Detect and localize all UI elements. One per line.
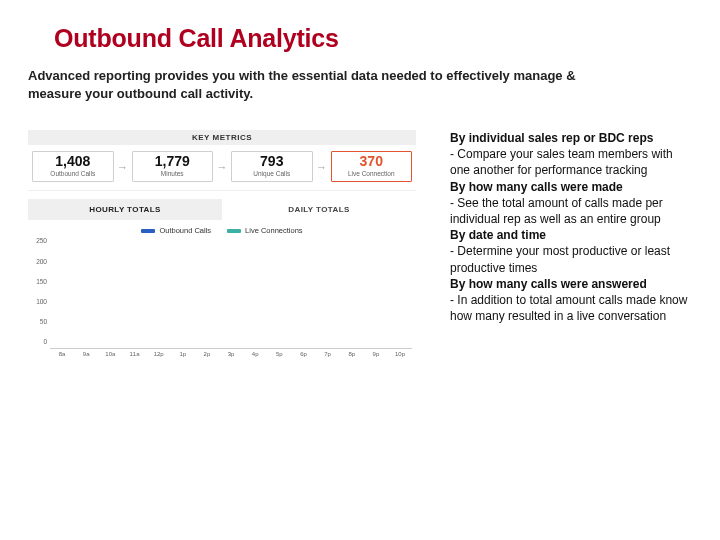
y-tick: 250: [36, 237, 47, 244]
x-tick: 10a: [98, 351, 122, 357]
legend-live: Live Connections: [227, 226, 303, 235]
metric-minutes[interactable]: 1,779 Minutes: [132, 151, 214, 182]
feature-item: By individual sales rep or BDC reps- Com…: [450, 130, 692, 179]
page-title: Outbound Call Analytics: [54, 24, 692, 53]
x-tick: 5p: [267, 351, 291, 357]
feature-body: - Determine your most productive or leas…: [450, 243, 692, 275]
feature-item: By date and time- Determine your most pr…: [450, 227, 692, 276]
metric-label: Live Connection: [334, 170, 410, 177]
tab-daily[interactable]: DAILY TOTALS: [222, 199, 416, 220]
metric-value: 793: [234, 154, 310, 169]
x-tick: 12p: [147, 351, 171, 357]
feature-list: By individual sales rep or BDC reps- Com…: [450, 130, 692, 324]
metric-live-connection[interactable]: 370 Live Connection: [331, 151, 413, 182]
chart-x-axis: 8a9a10a11a12p1p2p3p4p5p6p7p8p9p10p: [50, 351, 412, 357]
x-tick: 10p: [388, 351, 412, 357]
feature-heading: By how many calls were answered: [450, 276, 692, 292]
y-tick: 0: [43, 338, 47, 345]
metric-outbound-calls[interactable]: 1,408 Outbound Calls: [32, 151, 114, 182]
x-tick: 11a: [122, 351, 146, 357]
dashboard-panel: KEY METRICS 1,408 Outbound Calls → 1,779…: [28, 130, 416, 357]
legend-swatch-icon: [141, 229, 155, 233]
legend-label: Live Connections: [245, 226, 303, 235]
metric-unique-calls[interactable]: 793 Unique Calls: [231, 151, 313, 182]
chart-bars: [50, 237, 412, 349]
metric-value: 1,779: [135, 154, 211, 169]
x-tick: 1p: [171, 351, 195, 357]
feature-item: By how many calls were made- See the tot…: [450, 179, 692, 228]
legend-swatch-icon: [227, 229, 241, 233]
metric-label: Outbound Calls: [35, 170, 111, 177]
arrow-right-icon: →: [313, 151, 331, 182]
tab-hourly[interactable]: HOURLY TOTALS: [28, 199, 222, 220]
metric-value: 370: [334, 154, 410, 169]
feature-heading: By how many calls were made: [450, 179, 692, 195]
metric-value: 1,408: [35, 154, 111, 169]
y-tick: 150: [36, 278, 47, 285]
x-tick: 7p: [316, 351, 340, 357]
chart-legend: Outbound Calls Live Connections: [28, 226, 416, 235]
feature-body: - See the total amount of calls made per…: [450, 195, 692, 227]
feature-heading: By date and time: [450, 227, 692, 243]
legend-label: Outbound Calls: [159, 226, 211, 235]
x-tick: 3p: [219, 351, 243, 357]
feature-heading: By individual sales rep or BDC reps: [450, 130, 692, 146]
tab-bar: HOURLY TOTALS DAILY TOTALS: [28, 199, 416, 220]
metrics-row: 1,408 Outbound Calls → 1,779 Minutes → 7…: [28, 145, 416, 191]
y-tick: 50: [40, 318, 47, 325]
chart-plot: 8a9a10a11a12p1p2p3p4p5p6p7p8p9p10p: [50, 237, 412, 357]
feature-item: By how many calls were answered- In addi…: [450, 276, 692, 325]
feature-body: - In addition to total amount calls made…: [450, 292, 692, 324]
x-tick: 9a: [74, 351, 98, 357]
content-layout: KEY METRICS 1,408 Outbound Calls → 1,779…: [28, 130, 692, 357]
chart-y-axis: 250200150100500: [28, 237, 50, 357]
metric-label: Minutes: [135, 170, 211, 177]
x-tick: 8a: [50, 351, 74, 357]
x-tick: 8p: [340, 351, 364, 357]
x-tick: 4p: [243, 351, 267, 357]
arrow-right-icon: →: [114, 151, 132, 182]
x-tick: 2p: [195, 351, 219, 357]
feature-body: - Compare your sales team members with o…: [450, 146, 692, 178]
chart-area: 250200150100500 8a9a10a11a12p1p2p3p4p5p6…: [28, 237, 416, 357]
y-tick: 100: [36, 298, 47, 305]
x-tick: 6p: [291, 351, 315, 357]
legend-outbound: Outbound Calls: [141, 226, 211, 235]
y-tick: 200: [36, 258, 47, 265]
key-metrics-header: KEY METRICS: [28, 130, 416, 145]
intro-text: Advanced reporting provides you with the…: [28, 67, 588, 102]
arrow-right-icon: →: [213, 151, 231, 182]
x-tick: 9p: [364, 351, 388, 357]
metric-label: Unique Calls: [234, 170, 310, 177]
